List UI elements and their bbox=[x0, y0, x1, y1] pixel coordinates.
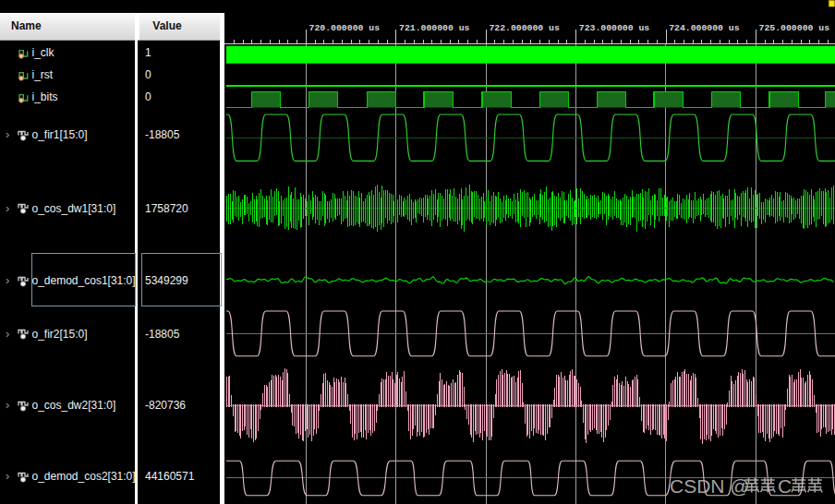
svg-text:722.000000 us: 722.000000 us bbox=[489, 23, 560, 33]
svg-text:725.000000 us: 725.000000 us bbox=[759, 23, 830, 33]
svg-text:CSDN @: CSDN @ bbox=[670, 475, 750, 497]
svg-text:720.000000 us: 720.000000 us bbox=[309, 23, 381, 33]
svg-text:C: C bbox=[778, 475, 792, 497]
svg-text:724.000000 us: 724.000000 us bbox=[669, 23, 740, 33]
svg-text:723.000000 us: 723.000000 us bbox=[579, 23, 650, 33]
svg-text:721.000000 us: 721.000000 us bbox=[399, 23, 470, 33]
